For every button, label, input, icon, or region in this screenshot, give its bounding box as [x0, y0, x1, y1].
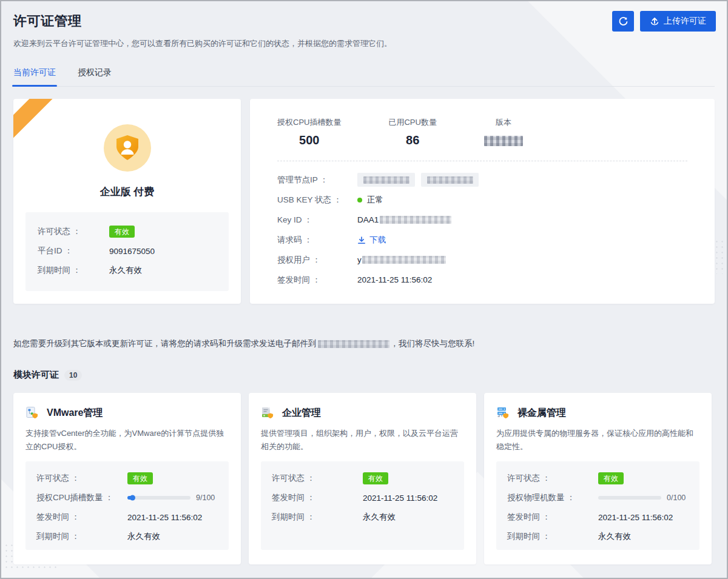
- authorized-user-value: y: [357, 255, 362, 264]
- license-management-page: 上传许可证 许可证管理 欢迎来到云平台许可证管理中心，您可以查看所有已购买的许可…: [0, 0, 728, 579]
- module-info-box: 许可状态 ： 有效 授权CPU插槽数量 ： 9/100 签发时间 ： 2021-…: [25, 461, 229, 550]
- page-title: 许可证管理: [13, 1, 715, 30]
- platform-id-value: 9091675050: [109, 247, 155, 256]
- expire-time-value: 永久有效: [363, 512, 396, 523]
- upload-button-label: 上传许可证: [664, 16, 706, 27]
- quota-progress-bar: [127, 496, 190, 500]
- quota-row: 授权CPU插槽数量 ： 9/100: [36, 488, 218, 507]
- expire-time-value: 永久有效: [598, 531, 631, 542]
- shield-user-icon: [115, 135, 140, 161]
- expire-time-label: 到期时间 ：: [272, 512, 363, 523]
- status-badge: 有效: [109, 226, 135, 238]
- module-description: 提供管理项目，组织架构，用户，权限，以及云平台运营相关的功能。: [261, 427, 464, 453]
- page-subtitle: 欢迎来到云平台许可证管理中心，您可以查看所有已购买的许可证和它们的状态，并根据您…: [13, 38, 715, 49]
- tab-current-license[interactable]: 当前许可证: [13, 67, 56, 86]
- status-badge: 有效: [127, 472, 153, 484]
- dashed-divider: [277, 161, 687, 161]
- issue-time-value: 2021-11-25 11:56:02: [363, 494, 437, 503]
- issue-time-label: 签发时间 ：: [507, 512, 598, 523]
- expire-time-label: 到期时间 ：: [38, 265, 109, 276]
- issue-time-label: 签发时间 ：: [36, 512, 127, 523]
- issue-time-value: 2021-11-25 11:56:02: [127, 513, 202, 522]
- expire-time-row: 到期时间 ： 永久有效: [272, 507, 453, 527]
- issue-time-row: 签发时间 ： 2021-11-25 11:56:02: [277, 270, 687, 290]
- modules-title: 模块许可证: [13, 369, 59, 381]
- quota-text: 9/100: [196, 494, 215, 502]
- refresh-button[interactable]: [612, 11, 634, 32]
- mgmt-ip-chip-redacted: [421, 173, 479, 187]
- expire-time-value: 永久有效: [109, 265, 142, 276]
- module-card-enterprise: 企业管理 提供管理项目，组织架构，用户，权限，以及云平台运营相关的功能。 许可状…: [249, 393, 476, 564]
- stat-label: 版本: [484, 117, 523, 128]
- module-title: 裸金属管理: [517, 407, 566, 420]
- authorized-user-redacted: [362, 256, 446, 264]
- license-summary-card: 企业版 付费 许可状态 ： 有效 平台ID ： 9091675050 到期时间 …: [13, 99, 241, 304]
- license-stats: 授权CPU插槽数量 500 已用CPU数量 86 版本: [277, 117, 687, 147]
- download-link-label: 下载: [369, 235, 386, 246]
- usb-key-status-row: USB KEY 状态 ： 正常: [277, 190, 687, 210]
- modules-count-badge: 10: [64, 370, 82, 381]
- request-code-label: 请求码 ：: [277, 235, 357, 246]
- stat-cpu-sockets: 授权CPU插槽数量 500: [277, 117, 341, 147]
- license-overview-row: 企业版 付费 许可状态 ： 有效 平台ID ： 9091675050 到期时间 …: [13, 99, 715, 304]
- summary-info-box: 许可状态 ： 有效 平台ID ： 9091675050 到期时间 ： 永久有效: [25, 212, 229, 291]
- license-detail-card: 授权CPU插槽数量 500 已用CPU数量 86 版本 管理节点IP: [250, 99, 715, 304]
- mgmt-ip-chip-redacted: [357, 173, 415, 187]
- license-status-row: 许可状态 ： 有效: [507, 469, 689, 488]
- license-status-row: 许可状态 ： 有效: [272, 469, 453, 488]
- authorized-user-label: 授权用户 ：: [277, 255, 357, 266]
- vmware-module-icon: [25, 406, 39, 420]
- license-edition: 企业版 付费: [13, 185, 241, 199]
- status-badge: 有效: [363, 472, 388, 484]
- mgmt-ip-row: 管理节点IP ：: [277, 170, 687, 190]
- upgrade-note-text: 如您需要升级到其它版本或更新许可证，请将您的请求码和升级需求发送电子邮件到: [13, 339, 317, 348]
- upload-icon: [650, 16, 659, 26]
- modules-header: 模块许可证 10: [13, 369, 715, 381]
- download-icon: [357, 236, 366, 244]
- status-badge: 有效: [598, 472, 624, 484]
- baremetal-module-icon: [496, 406, 510, 420]
- mgmt-ip-label: 管理节点IP ：: [277, 175, 357, 186]
- platform-id-label: 平台ID ：: [38, 246, 109, 256]
- issue-time-row: 签发时间 ： 2021-11-25 11:56:02: [507, 507, 689, 527]
- stat-value-redacted: [484, 133, 523, 147]
- download-request-code-link[interactable]: 下载: [357, 235, 386, 246]
- stat-label: 已用CPU数量: [388, 117, 436, 128]
- tab-authorization-records[interactable]: 授权记录: [78, 67, 112, 86]
- issue-time-row: 签发时间 ： 2021-11-25 11:56:02: [36, 507, 218, 527]
- module-description: 支持接管vCenter的全功能，为VMware的计算节点提供独立的CPU授权。: [25, 427, 229, 453]
- issue-time-label: 签发时间 ：: [272, 492, 363, 503]
- license-status-label: 许可状态 ：: [38, 226, 109, 237]
- license-status-label: 许可状态 ：: [507, 473, 598, 484]
- expire-time-row: 到期时间 ： 永久有效: [38, 261, 217, 280]
- expire-time-row: 到期时间 ： 永久有效: [36, 527, 218, 546]
- authorized-user-row: 授权用户 ： y: [277, 250, 687, 270]
- module-card-baremetal: 裸金属管理 为应用提供专属的物理服务器，保证核心应用的高性能和稳定性。 许可状态…: [484, 393, 712, 564]
- quota-progress-bar: [598, 496, 661, 500]
- module-title: 企业管理: [282, 407, 321, 420]
- key-id-row: Key ID ： DAA1: [277, 210, 687, 230]
- license-status-label: 许可状态 ：: [272, 473, 363, 484]
- contact-email-redacted: [318, 340, 389, 348]
- license-shield-avatar: [104, 124, 151, 172]
- license-status-row: 许可状态 ： 有效: [38, 222, 217, 241]
- stat-value: 500: [277, 133, 341, 147]
- quota-row: 授权物理机数量 ： 0/100: [507, 488, 689, 507]
- key-id-redacted: [380, 216, 451, 224]
- key-id-label: Key ID ：: [277, 215, 357, 226]
- quota-label: 授权物理机数量 ：: [507, 492, 598, 503]
- module-info-box: 许可状态 ： 有效 签发时间 ： 2021-11-25 11:56:02 到期时…: [261, 461, 464, 550]
- quota-label: 授权CPU插槽数量 ：: [36, 492, 127, 503]
- request-code-row: 请求码 ： 下载: [277, 230, 687, 250]
- stat-value: 86: [388, 133, 436, 147]
- expire-time-label: 到期时间 ：: [36, 531, 127, 542]
- module-description: 为应用提供专属的物理服务器，保证核心应用的高性能和稳定性。: [496, 427, 699, 453]
- issue-time-value: 2021-11-25 11:56:02: [357, 275, 432, 284]
- module-info-box: 许可状态 ： 有效 授权物理机数量 ： 0/100 签发时间 ： 2021-11…: [496, 461, 699, 550]
- expire-time-label: 到期时间 ：: [507, 531, 598, 542]
- refresh-icon: [618, 16, 629, 27]
- header-actions: 上传许可证: [612, 11, 716, 32]
- upgrade-note: 如您需要升级到其它版本或更新许可证，请将您的请求码和升级需求发送电子邮件到，我们…: [13, 338, 715, 349]
- upload-license-button[interactable]: 上传许可证: [640, 11, 716, 32]
- expire-time-row: 到期时间 ： 永久有效: [507, 527, 689, 546]
